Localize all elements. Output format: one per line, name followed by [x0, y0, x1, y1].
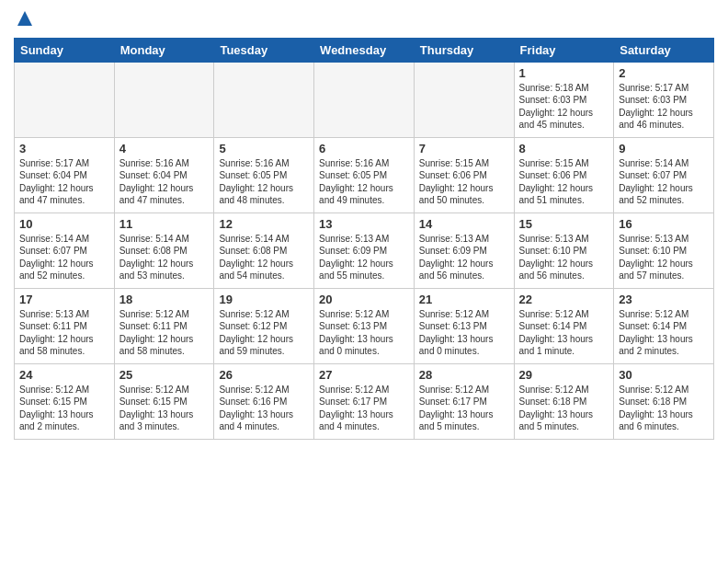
- svg-marker-0: [17, 11, 32, 26]
- day-number: 3: [19, 142, 109, 155]
- calendar-cell: 1Sunrise: 5:18 AM Sunset: 6:03 PM Daylig…: [514, 62, 614, 137]
- day-info: Sunrise: 5:15 AM Sunset: 6:06 PM Dayligh…: [519, 157, 609, 207]
- day-info: Sunrise: 5:16 AM Sunset: 6:05 PM Dayligh…: [319, 157, 409, 207]
- day-number: 12: [219, 217, 309, 231]
- calendar-table: SundayMondayTuesdayWednesdayThursdayFrid…: [14, 38, 714, 440]
- calendar-cell: 26Sunrise: 5:12 AM Sunset: 6:16 PM Dayli…: [214, 363, 314, 439]
- day-info: Sunrise: 5:15 AM Sunset: 6:06 PM Dayligh…: [419, 157, 509, 207]
- calendar-cell: 22Sunrise: 5:12 AM Sunset: 6:14 PM Dayli…: [514, 288, 614, 363]
- day-number: 17: [19, 293, 109, 306]
- calendar-cell: [314, 62, 415, 137]
- logo: [14, 9, 34, 32]
- calendar-header-row: SundayMondayTuesdayWednesdayThursdayFrid…: [15, 38, 714, 62]
- calendar-week-2: 10Sunrise: 5:14 AM Sunset: 6:07 PM Dayli…: [15, 213, 714, 288]
- col-header-wednesday: Wednesday: [314, 38, 415, 62]
- page-header: [14, 9, 714, 32]
- day-number: 28: [419, 368, 509, 382]
- calendar-cell: [214, 62, 314, 137]
- calendar-week-4: 24Sunrise: 5:12 AM Sunset: 6:15 PM Dayli…: [15, 363, 714, 439]
- calendar-cell: 17Sunrise: 5:13 AM Sunset: 6:11 PM Dayli…: [15, 288, 115, 363]
- day-info: Sunrise: 5:12 AM Sunset: 6:14 PM Dayligh…: [619, 308, 709, 358]
- day-number: 2: [619, 66, 709, 80]
- calendar-cell: 29Sunrise: 5:12 AM Sunset: 6:18 PM Dayli…: [514, 363, 614, 439]
- day-number: 19: [219, 293, 309, 306]
- day-number: 10: [19, 217, 109, 231]
- day-info: Sunrise: 5:16 AM Sunset: 6:04 PM Dayligh…: [119, 157, 210, 207]
- day-info: Sunrise: 5:12 AM Sunset: 6:13 PM Dayligh…: [419, 308, 509, 358]
- calendar-cell: 24Sunrise: 5:12 AM Sunset: 6:15 PM Dayli…: [15, 363, 115, 439]
- calendar-cell: 7Sunrise: 5:15 AM Sunset: 6:06 PM Daylig…: [414, 137, 514, 213]
- calendar-cell: 11Sunrise: 5:14 AM Sunset: 6:08 PM Dayli…: [114, 213, 214, 288]
- calendar-cell: 21Sunrise: 5:12 AM Sunset: 6:13 PM Dayli…: [414, 288, 514, 363]
- calendar-cell: 2Sunrise: 5:17 AM Sunset: 6:03 PM Daylig…: [614, 62, 714, 137]
- day-number: 4: [119, 142, 210, 155]
- calendar-cell: [114, 62, 214, 137]
- day-number: 11: [119, 217, 210, 231]
- day-info: Sunrise: 5:13 AM Sunset: 6:10 PM Dayligh…: [619, 233, 709, 282]
- day-number: 7: [419, 142, 509, 155]
- day-number: 9: [619, 142, 709, 155]
- calendar-week-3: 17Sunrise: 5:13 AM Sunset: 6:11 PM Dayli…: [15, 288, 714, 363]
- day-number: 30: [619, 368, 709, 382]
- day-number: 6: [319, 142, 409, 155]
- day-number: 1: [519, 66, 609, 80]
- day-info: Sunrise: 5:12 AM Sunset: 6:16 PM Dayligh…: [219, 384, 309, 433]
- calendar-cell: 18Sunrise: 5:12 AM Sunset: 6:11 PM Dayli…: [114, 288, 214, 363]
- day-info: Sunrise: 5:13 AM Sunset: 6:10 PM Dayligh…: [519, 233, 609, 282]
- calendar-cell: 23Sunrise: 5:12 AM Sunset: 6:14 PM Dayli…: [614, 288, 714, 363]
- col-header-monday: Monday: [114, 38, 214, 62]
- day-number: 29: [519, 368, 609, 382]
- calendar-cell: 15Sunrise: 5:13 AM Sunset: 6:10 PM Dayli…: [514, 213, 614, 288]
- day-info: Sunrise: 5:17 AM Sunset: 6:04 PM Dayligh…: [19, 157, 109, 207]
- day-number: 14: [419, 217, 509, 231]
- day-number: 26: [219, 368, 309, 382]
- calendar-cell: 14Sunrise: 5:13 AM Sunset: 6:09 PM Dayli…: [414, 213, 514, 288]
- day-info: Sunrise: 5:14 AM Sunset: 6:07 PM Dayligh…: [619, 157, 709, 207]
- calendar-cell: [15, 62, 115, 137]
- calendar-cell: 9Sunrise: 5:14 AM Sunset: 6:07 PM Daylig…: [614, 137, 714, 213]
- day-info: Sunrise: 5:14 AM Sunset: 6:08 PM Dayligh…: [219, 233, 309, 282]
- logo-icon: [16, 9, 34, 28]
- day-number: 20: [319, 293, 409, 306]
- day-info: Sunrise: 5:13 AM Sunset: 6:09 PM Dayligh…: [319, 233, 409, 282]
- day-number: 23: [619, 293, 709, 306]
- day-number: 24: [19, 368, 109, 382]
- day-info: Sunrise: 5:13 AM Sunset: 6:11 PM Dayligh…: [19, 308, 109, 358]
- col-header-thursday: Thursday: [414, 38, 514, 62]
- day-info: Sunrise: 5:17 AM Sunset: 6:03 PM Dayligh…: [619, 82, 709, 132]
- calendar-cell: 19Sunrise: 5:12 AM Sunset: 6:12 PM Dayli…: [214, 288, 314, 363]
- day-info: Sunrise: 5:14 AM Sunset: 6:08 PM Dayligh…: [119, 233, 210, 282]
- day-number: 16: [619, 217, 709, 231]
- day-number: 18: [119, 293, 210, 306]
- calendar-cell: 8Sunrise: 5:15 AM Sunset: 6:06 PM Daylig…: [514, 137, 614, 213]
- day-info: Sunrise: 5:12 AM Sunset: 6:15 PM Dayligh…: [119, 384, 210, 433]
- calendar-cell: 25Sunrise: 5:12 AM Sunset: 6:15 PM Dayli…: [114, 363, 214, 439]
- day-info: Sunrise: 5:12 AM Sunset: 6:15 PM Dayligh…: [19, 384, 109, 433]
- calendar-cell: 10Sunrise: 5:14 AM Sunset: 6:07 PM Dayli…: [15, 213, 115, 288]
- calendar-cell: 3Sunrise: 5:17 AM Sunset: 6:04 PM Daylig…: [15, 137, 115, 213]
- calendar-week-0: 1Sunrise: 5:18 AM Sunset: 6:03 PM Daylig…: [15, 62, 714, 137]
- calendar-cell: 13Sunrise: 5:13 AM Sunset: 6:09 PM Dayli…: [314, 213, 415, 288]
- calendar-cell: 30Sunrise: 5:12 AM Sunset: 6:18 PM Dayli…: [614, 363, 714, 439]
- calendar-cell: 20Sunrise: 5:12 AM Sunset: 6:13 PM Dayli…: [314, 288, 415, 363]
- calendar-cell: 4Sunrise: 5:16 AM Sunset: 6:04 PM Daylig…: [114, 137, 214, 213]
- day-info: Sunrise: 5:18 AM Sunset: 6:03 PM Dayligh…: [519, 82, 609, 132]
- day-info: Sunrise: 5:12 AM Sunset: 6:18 PM Dayligh…: [619, 384, 709, 433]
- day-number: 27: [319, 368, 409, 382]
- calendar-week-1: 3Sunrise: 5:17 AM Sunset: 6:04 PM Daylig…: [15, 137, 714, 213]
- day-info: Sunrise: 5:12 AM Sunset: 6:17 PM Dayligh…: [419, 384, 509, 433]
- calendar-cell: 5Sunrise: 5:16 AM Sunset: 6:05 PM Daylig…: [214, 137, 314, 213]
- calendar-cell: 12Sunrise: 5:14 AM Sunset: 6:08 PM Dayli…: [214, 213, 314, 288]
- day-number: 15: [519, 217, 609, 231]
- day-info: Sunrise: 5:12 AM Sunset: 6:18 PM Dayligh…: [519, 384, 609, 433]
- calendar-cell: 27Sunrise: 5:12 AM Sunset: 6:17 PM Dayli…: [314, 363, 415, 439]
- day-info: Sunrise: 5:12 AM Sunset: 6:14 PM Dayligh…: [519, 308, 609, 358]
- day-info: Sunrise: 5:12 AM Sunset: 6:13 PM Dayligh…: [319, 308, 409, 358]
- col-header-friday: Friday: [514, 38, 614, 62]
- day-info: Sunrise: 5:16 AM Sunset: 6:05 PM Dayligh…: [219, 157, 309, 207]
- calendar-cell: 28Sunrise: 5:12 AM Sunset: 6:17 PM Dayli…: [414, 363, 514, 439]
- day-info: Sunrise: 5:14 AM Sunset: 6:07 PM Dayligh…: [19, 233, 109, 282]
- calendar-cell: [414, 62, 514, 137]
- day-number: 25: [119, 368, 210, 382]
- day-number: 13: [319, 217, 409, 231]
